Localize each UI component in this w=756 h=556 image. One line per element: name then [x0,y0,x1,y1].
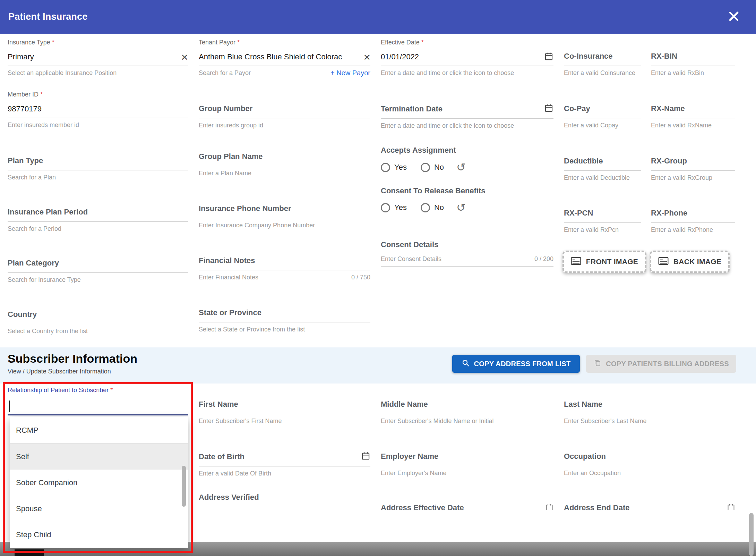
tenant-payor-label: Tenant Payor * [199,38,370,47]
patient-insurance-dialog: Patient Insurance Insurance Type * Prima… [0,0,756,556]
field-underline[interactable] [8,170,188,170]
dialog-header: Patient Insurance [0,0,756,34]
search-icon [462,359,470,369]
field-underline[interactable] [8,324,188,324]
insurance-type-field: Insurance Type * Primary × Select an app… [8,38,188,77]
field-underline[interactable] [651,170,735,171]
insurance-phone-field: Insurance Phone Number Enter Insurance C… [199,203,370,229]
field-underline[interactable] [8,272,188,273]
last-name-field: Last Name Enter Subscriber's Last Name [564,399,735,425]
member-id-value[interactable]: 98770179 [8,104,42,114]
rx-name-field: RX-Name Enter a valid RxName [651,103,735,129]
consent-release-no-radio[interactable] [421,203,430,212]
consent-release-label: Consent To Release Benefits [381,186,486,196]
field-underline[interactable] [381,414,553,414]
relationship-label: Relationship of Patient to Subscriber * [8,386,113,394]
dropdown-option[interactable]: Spouse [10,496,188,522]
card-icon [658,257,669,267]
vertical-scrollbar[interactable] [749,513,754,556]
insurance-type-value[interactable]: Primary [8,52,34,62]
field-underline[interactable] [564,66,641,66]
co-pay-field: Co-Pay Enter a valid Copay [564,103,641,129]
dropdown-option[interactable]: Self [10,444,188,470]
calendar-icon[interactable] [544,52,553,62]
new-payor-link[interactable]: + New Payor [330,69,370,77]
field-underline [381,266,553,267]
calendar-icon[interactable] [361,451,370,462]
employer-name-field: Employer Name Enter Employer's Name [381,451,553,477]
field-underline[interactable] [651,118,735,118]
tenant-payor-value[interactable]: Anthem Blue Cross Blue Shield of Colorac [199,52,342,62]
backdrop-element [15,549,44,556]
copy-address-from-list-button[interactable]: COPY ADDRESS FROM LIST [452,355,580,373]
field-underline[interactable] [564,414,735,414]
accepts-assignment-yes-radio[interactable] [381,163,390,172]
clear-icon[interactable]: × [363,52,370,62]
field-underline[interactable] [381,466,553,466]
field-underline[interactable] [199,118,370,118]
copy-icon [593,359,602,369]
subscriber-subtitle: View / Update Subscriber Information [8,368,111,375]
dropdown-option[interactable]: Step Child [10,522,188,548]
front-image-button[interactable]: FRONT IMAGE [562,251,646,273]
member-id-field: Member ID * 98770179 Enter insureds memb… [8,90,188,129]
clear-icon[interactable]: × [181,52,188,62]
close-icon[interactable] [727,9,741,25]
field-underline[interactable] [651,66,735,66]
financial-notes-field: Financial Notes Enter Financial Notes 0 … [199,255,370,281]
first-name-field: First Name Enter Subscriber's First Name [199,399,370,425]
field-underline[interactable] [199,270,370,270]
dropdown-option[interactable]: RCMP [10,417,188,443]
dropdown-scrollbar[interactable] [182,466,186,507]
insurance-type-label: Insurance Type * [8,38,188,47]
field-underline [381,66,553,66]
field-underline[interactable] [199,218,370,218]
relationship-dropdown: RCMP Self Sober Companion Spouse Step Ch… [10,417,188,548]
consent-release-yes-radio[interactable] [381,203,390,212]
copy-patients-billing-address-button[interactable]: COPY PATIENTS BILLING ADDRESS [586,355,736,373]
field-underline[interactable] [381,118,553,119]
consent-release-radio-group: Yes No ↺ [381,203,466,212]
undo-icon[interactable]: ↺ [456,162,466,172]
relationship-input[interactable] [9,401,10,412]
co-insurance-field: Co-Insurance Enter a valid Coinsurance [564,51,641,77]
consent-details-input[interactable]: Enter Consent Details [381,255,441,263]
rx-phone-field: RX-Phone Enter a valid RxPhone [651,208,735,234]
accepts-assignment-no-radio[interactable] [421,163,430,172]
insurance-plan-period-field: Insurance Plan Period Search for a Perio… [8,207,188,233]
field-underline[interactable] [564,222,641,223]
field-underline [199,66,370,66]
group-number-field: Group Number Enter insureds group id [199,103,370,129]
field-underline[interactable] [199,166,370,166]
field-underline[interactable] [8,221,188,222]
dialog-title: Patient Insurance [8,11,87,22]
field-underline[interactable] [564,118,641,118]
accepts-assignment-radio-group: Yes No ↺ [381,162,466,172]
state-field: State or Province Select a State or Prov… [199,308,370,334]
field-underline [8,118,188,118]
field-underline[interactable] [651,222,735,223]
undo-icon[interactable]: ↺ [456,203,466,212]
member-id-label: Member ID * [8,90,188,99]
field-underline[interactable] [199,322,370,322]
field-underline[interactable] [564,466,735,466]
group-plan-name-field: Group Plan Name Enter a Plan Name [199,151,370,177]
date-of-birth-field: Date of Birth Enter a valid Date Of Birt… [199,451,370,478]
card-icon [571,257,581,267]
tenant-payor-field: Tenant Payor * Anthem Blue Cross Blue Sh… [199,38,370,77]
occupation-field: Occupation Enter an Occupation [564,451,735,477]
effective-date-value[interactable]: 01/01/2022 [381,52,419,62]
rx-group-field: RX-Group Enter a valid RxGroup [651,156,735,182]
subscriber-title: Subscriber Information [8,352,137,365]
back-image-button[interactable]: BACK IMAGE [650,251,730,273]
financial-notes-counter: 0 / 750 [351,274,370,281]
consent-details-field: Consent Details Enter Consent Details 0 … [381,239,553,267]
country-field: Country Select a Country from the list [8,309,188,335]
effective-date-label: Effective Date * [381,38,553,47]
field-underline[interactable] [564,170,641,171]
calendar-icon[interactable] [544,103,553,114]
dropdown-option[interactable]: Sober Companion [10,470,188,496]
field-underline[interactable] [199,414,370,414]
effective-date-field: Effective Date * 01/01/2022 Enter a date… [381,38,553,77]
field-underline[interactable] [199,466,370,466]
